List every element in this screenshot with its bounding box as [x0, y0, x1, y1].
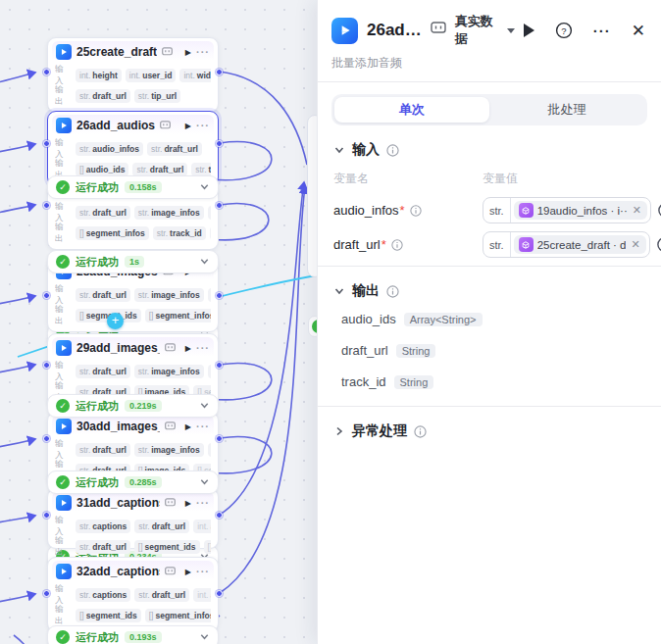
info-icon[interactable]: [414, 425, 427, 438]
run-result-card[interactable]: ✓运行成功0.219s: [47, 394, 219, 418]
success-check-icon: ✓: [56, 475, 70, 489]
node-more-icon[interactable]: ···: [196, 120, 210, 131]
node-32add_captions_en[interactable]: 32add_captions_en▶···输入str.captionsstr.d…: [47, 557, 219, 632]
node-more-icon[interactable]: ···: [196, 497, 210, 509]
output-port[interactable]: [216, 435, 223, 442]
run-status-label: 运行成功: [76, 255, 119, 270]
value-pill[interactable]: str. 25create_draft · d ✕: [483, 231, 650, 258]
comment-icon[interactable]: [162, 43, 173, 61]
locate-node-icon[interactable]: [657, 202, 661, 219]
tab-batch[interactable]: 批处理: [489, 97, 644, 123]
chevron-down-icon[interactable]: [199, 178, 210, 196]
info-icon[interactable]: [391, 239, 403, 251]
node-header: 30add_images_2▶···: [52, 416, 214, 437]
node-25create_draft[interactable]: 25create_draft▶···输入int.heightint.user_i…: [47, 37, 219, 113]
comment-icon[interactable]: [165, 494, 176, 512]
output-port[interactable]: [216, 590, 223, 597]
variable-tag: int.alignment: [193, 520, 211, 533]
exception-section-header[interactable]: 异常处理: [333, 422, 645, 440]
variable-name: audio_infos: [333, 203, 405, 218]
input-port[interactable]: [43, 435, 50, 442]
run-node-button[interactable]: ▶: [185, 568, 191, 576]
chevron-down-icon[interactable]: [199, 473, 210, 491]
run-node-button[interactable]: ▶: [185, 344, 191, 353]
node-io-row: 输入int.heightint.user_idint.width: [55, 65, 211, 85]
help-icon[interactable]: ?: [555, 22, 573, 39]
output-section-header[interactable]: 输出: [333, 282, 645, 300]
reference-chip[interactable]: 19audio_infos · i·· ✕: [514, 201, 647, 220]
info-icon[interactable]: [410, 205, 422, 217]
input-port[interactable]: [43, 362, 50, 369]
value-pill[interactable]: str. 19audio_infos · i·· ✕: [483, 197, 651, 223]
comment-icon[interactable]: [160, 117, 171, 134]
remove-reference-icon[interactable]: ✕: [630, 238, 640, 251]
run-duration-badge: 0.219s: [125, 400, 162, 412]
run-button[interactable]: [524, 24, 534, 37]
node-title: 29add_images_3: [76, 341, 160, 355]
node-more-icon[interactable]: ···: [196, 421, 210, 432]
output-port[interactable]: [216, 69, 223, 75]
input-section-header[interactable]: 输入: [333, 141, 645, 159]
more-options-icon[interactable]: ···: [593, 23, 611, 39]
locate-node-icon[interactable]: [656, 236, 661, 253]
node-more-icon[interactable]: ···: [196, 566, 210, 577]
input-port[interactable]: [43, 140, 50, 147]
node-detail-panel: 26ad… 真实数据 ? ··· ✕ 批量添加音频 单次 批处理 输入: [317, 0, 661, 644]
chevron-down-icon[interactable]: [199, 397, 210, 415]
run-result-card[interactable]: ✓运行成功0.193s: [47, 625, 219, 644]
success-check-icon: ✓: [56, 180, 70, 194]
node-header: 29add_images_3▶···: [52, 337, 214, 359]
close-icon[interactable]: ✕: [632, 21, 645, 41]
input-port[interactable]: [43, 202, 50, 209]
run-result-card[interactable]: ✓运行成功0.285s: [47, 471, 219, 494]
tab-single[interactable]: 单次: [334, 97, 489, 123]
input-port[interactable]: [43, 590, 50, 597]
node-more-icon[interactable]: ···: [196, 342, 210, 354]
node-more-icon[interactable]: ···: [196, 46, 210, 58]
remove-reference-icon[interactable]: ✕: [632, 204, 642, 217]
comment-icon[interactable]: [165, 418, 176, 435]
input-port[interactable]: [43, 292, 50, 299]
chevron-down-icon[interactable]: [199, 253, 210, 271]
chevron-down-icon[interactable]: [199, 628, 210, 644]
output-port[interactable]: [216, 362, 223, 369]
variable-tag: str.audio_infos: [76, 142, 143, 156]
input-port[interactable]: [43, 69, 50, 75]
input-port[interactable]: [43, 512, 50, 519]
variable-tag: int.alignment: [193, 588, 211, 602]
variable-tag: str.draft_url: [76, 540, 130, 554]
run-node-button[interactable]: ▶: [185, 48, 191, 57]
output-port[interactable]: [216, 140, 223, 147]
variable-tag: str.draft_url: [134, 520, 189, 533]
run-node-button[interactable]: ▶: [185, 422, 191, 431]
comment-icon[interactable]: [165, 339, 176, 357]
run-result-card[interactable]: ✓运行成功0.158s: [47, 175, 219, 199]
variable-tag: []segment_ids: [134, 540, 200, 554]
info-icon[interactable]: [386, 144, 399, 157]
node-io-row: 输入str.captionsstr.draft_urlint.alignment…: [55, 584, 211, 605]
run-duration-badge: 1s: [125, 256, 144, 268]
mode-tabs: 单次 批处理: [331, 94, 647, 125]
type-badge: Array<String>: [404, 313, 483, 326]
node-31add_captions[interactable]: 31add_captions▶···输入str.captionsstr.draf…: [47, 488, 219, 549]
reference-chip[interactable]: 25create_draft · d ✕: [514, 235, 646, 254]
run-node-button[interactable]: ▶: [185, 499, 191, 508]
info-icon[interactable]: [386, 285, 399, 298]
input-row-audio-infos: audio_infos str. 19audio_infos · i·· ✕: [333, 197, 645, 223]
output-port[interactable]: [216, 292, 223, 299]
chevron-down-icon: [333, 285, 345, 297]
node-io-row: 输出[]segment_ids[]segment_infosstr.tra⋯: [55, 305, 211, 325]
variable-tag: []segment_ids: [76, 609, 141, 622]
add-node-on-edge-button[interactable]: +: [107, 313, 124, 329]
output-port[interactable]: [216, 202, 223, 209]
divider: [318, 266, 661, 267]
run-node-button[interactable]: ▶: [185, 122, 191, 130]
run-result-card[interactable]: ✓运行成功1s: [47, 250, 219, 273]
variable-tag: []segment: [204, 540, 211, 554]
comment-icon[interactable]: [165, 563, 176, 580]
comment-icon[interactable]: [431, 22, 446, 39]
success-check-icon: ✓: [56, 255, 70, 269]
variable-tag: []segment_infos: [145, 309, 211, 322]
data-mode-dropdown[interactable]: 真实数据: [455, 13, 515, 48]
output-port[interactable]: [216, 512, 223, 519]
